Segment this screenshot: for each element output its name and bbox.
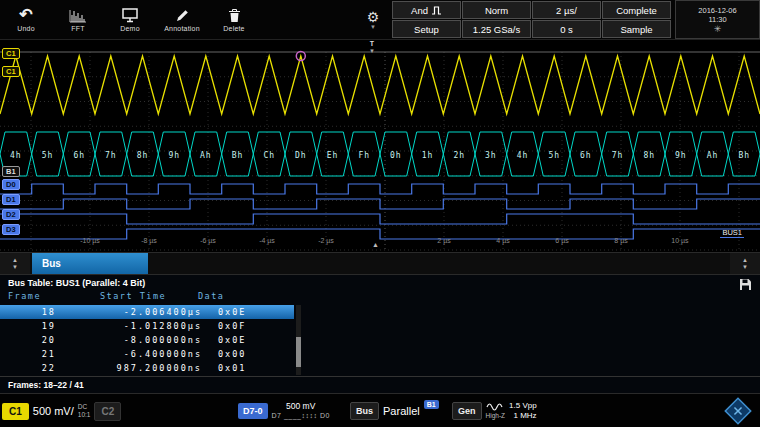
- c1-coupling: DC: [78, 403, 87, 411]
- scrollbar-thumb[interactable]: [296, 337, 301, 367]
- acq-state-button[interactable]: Complete: [602, 1, 671, 19]
- panel-collapse-right[interactable]: ▲ ▼: [730, 253, 760, 274]
- date-label: 2016-12-06: [698, 6, 736, 15]
- datetime-display[interactable]: 2016-12-06 11:30 ✳: [675, 0, 760, 39]
- svg-text:Fh: Fh: [358, 151, 370, 160]
- oscilloscope-app: ↶ Undo FFT Demo Annotation Delete ⚙ ▼ An…: [0, 0, 760, 427]
- d1-channel-marker[interactable]: D1: [2, 194, 20, 205]
- time-label: 8 µs: [603, 237, 639, 244]
- gen-frequency: 1 MHz: [513, 411, 536, 421]
- save-button[interactable]: [739, 277, 752, 295]
- table-cell: -6.400000ns: [56, 349, 202, 359]
- table-row[interactable]: 19-1.012800µs0x0F: [0, 319, 294, 333]
- panel-collapse-left[interactable]: ▲ ▼: [0, 253, 30, 274]
- time-label: 4 µs: [485, 237, 521, 244]
- table-cell: 22: [0, 363, 56, 373]
- c1-probe: 10:1: [78, 411, 91, 419]
- b1-bus-marker[interactable]: B1: [2, 166, 20, 177]
- pulse-icon: [431, 6, 442, 15]
- digital-status[interactable]: D7-0 500 mV D7 ____↕↕↕↕ D0: [238, 400, 330, 422]
- bus-badge[interactable]: Bus: [350, 402, 379, 420]
- offset-button[interactable]: 0 s: [532, 20, 601, 38]
- svg-text:8h: 8h: [643, 151, 655, 160]
- table-row[interactable]: 22987.200000ns0x01: [0, 361, 294, 375]
- c1-position-marker[interactable]: C1: [2, 48, 20, 59]
- delete-label: Delete: [223, 25, 244, 32]
- c1-scale: 500 mV/: [33, 405, 74, 417]
- status-bar: C1 500 mV/ DC 10:1 C2 D7-0 500 mV D7 ___…: [0, 393, 760, 427]
- c2-badge[interactable]: C2: [94, 402, 121, 421]
- samplerate-label: 1.25 GSa/s: [473, 24, 521, 35]
- gen-amplitude: 1.5 Vpp: [509, 401, 537, 411]
- gen-values: 1.5 Vpp 1 MHz: [509, 401, 537, 421]
- gen-badge[interactable]: Gen: [452, 402, 482, 420]
- table-cell: 20: [0, 335, 56, 345]
- svg-text:5h: 5h: [548, 151, 560, 160]
- table-row[interactable]: 21-6.400000ns0x00: [0, 347, 294, 361]
- time-label: -6 µs: [190, 237, 226, 244]
- col-data: Data: [198, 291, 224, 301]
- c1-ground-marker[interactable]: C1: [2, 66, 20, 77]
- svg-text:7h: 7h: [105, 151, 117, 160]
- d70-info: 500 mV D7 ____↕↕↕↕ D0: [272, 401, 330, 421]
- svg-text:4h: 4h: [517, 151, 529, 160]
- d0-channel-marker[interactable]: D0: [2, 179, 20, 190]
- generator-status[interactable]: Gen High-Z 1.5 Vpp 1 MHz: [452, 400, 537, 422]
- table-cell: 0x01: [202, 363, 246, 373]
- table-cell: 0x0E: [202, 335, 246, 345]
- table-cell: -2.006400µs: [56, 307, 202, 317]
- toolbar: ↶ Undo FFT Demo Annotation Delete ⚙ ▼ An…: [0, 0, 760, 40]
- svg-text:8h: 8h: [137, 151, 149, 160]
- timebase-button[interactable]: 2 µs/: [532, 1, 601, 19]
- trigger-mode-button[interactable]: Norm: [462, 1, 531, 19]
- table-row[interactable]: 18-2.006400µs0x0E: [0, 305, 294, 319]
- table-row[interactable]: 20-8.000000ns0x0E: [0, 333, 294, 347]
- gen-impedance: High-Z: [486, 412, 506, 420]
- c1-badge[interactable]: C1: [2, 403, 29, 420]
- undo-button[interactable]: ↶ Undo: [0, 0, 52, 39]
- trigger-position-marker[interactable]: T ▼: [369, 40, 375, 54]
- acq-mode-button[interactable]: Sample: [602, 20, 671, 38]
- annotation-label: Annotation: [164, 25, 199, 32]
- c1-coupling-stack: DC 10:1: [78, 403, 91, 419]
- horizontal-position-marker[interactable]: ▲: [372, 241, 379, 248]
- trigger-type-button[interactable]: And: [392, 1, 461, 19]
- svg-text:Ch: Ch: [263, 151, 275, 160]
- result-tab-bar: ▲ ▼ Bus ▲ ▼: [0, 252, 760, 275]
- d3-channel-marker[interactable]: D3: [2, 224, 20, 235]
- tab-bar-spacer: [148, 253, 730, 274]
- svg-text:9h: 9h: [675, 151, 687, 160]
- time-label: 6 µs: [544, 237, 580, 244]
- floppy-icon: [739, 278, 752, 291]
- bus-type: Parallel: [383, 405, 420, 417]
- trigger-setup-button[interactable]: Setup: [392, 20, 461, 38]
- delete-button[interactable]: Delete: [208, 0, 260, 39]
- table-cell: 19: [0, 321, 56, 331]
- d70-scale: 500 mV: [286, 401, 315, 411]
- svg-text:6h: 6h: [73, 151, 85, 160]
- fft-button[interactable]: FFT: [52, 0, 104, 39]
- time-label: 2 µs: [426, 237, 462, 244]
- svg-text:Ah: Ah: [707, 151, 719, 160]
- down-icon: ▼: [12, 264, 18, 270]
- trash-icon: [228, 8, 241, 23]
- annotation-button[interactable]: Annotation: [156, 0, 208, 39]
- time-label: -4 µs: [249, 237, 285, 244]
- d2-channel-marker[interactable]: D2: [2, 209, 20, 220]
- demo-button[interactable]: Demo: [104, 0, 156, 39]
- settings-button[interactable]: ⚙ ▼: [360, 0, 386, 39]
- table-scrollbar[interactable]: [296, 305, 301, 375]
- waveform-display[interactable]: 4h5h6h7h8h9hAhBhChDhEhFh0h1h2h3h4h5h6h7h…: [0, 40, 760, 252]
- bus-status[interactable]: Bus Parallel B1: [350, 400, 439, 422]
- trigger-mode-label: Norm: [485, 5, 508, 16]
- sine-icon: [486, 402, 504, 412]
- channel1-status[interactable]: C1 500 mV/ DC 10:1 C2: [2, 400, 121, 422]
- gear-icon: ⚙: [367, 10, 380, 24]
- samplerate-button[interactable]: 1.25 GSa/s: [462, 20, 531, 38]
- table-cell: 0x00: [202, 349, 246, 359]
- svg-text:9h: 9h: [168, 151, 180, 160]
- d70-bit-indicators: D7 ____↕↕↕↕ D0: [272, 411, 330, 421]
- acquisition-button-grid: And Norm 2 µs/ Complete Setup 1.25 GSa/s…: [392, 0, 671, 39]
- d70-badge[interactable]: D7-0: [238, 403, 268, 419]
- tab-bus[interactable]: Bus: [32, 253, 148, 274]
